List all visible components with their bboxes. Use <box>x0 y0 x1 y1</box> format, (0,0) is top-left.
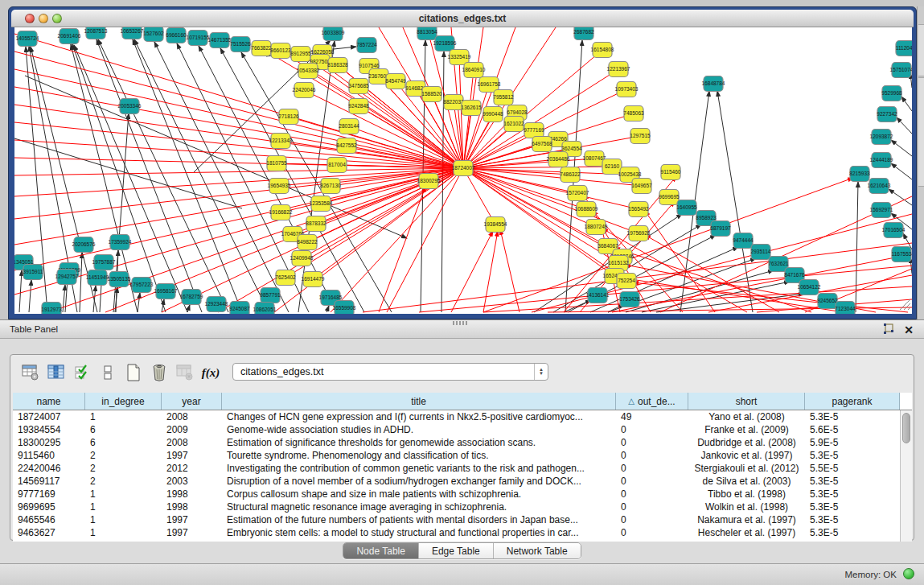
table-row[interactable]: 911546021997Tourette syndrome. Phenomeno… <box>13 449 912 462</box>
table-row[interactable]: 977716911998Corpus callosum shape and si… <box>13 488 912 501</box>
graph-node[interactable]: 9699695 <box>659 190 680 205</box>
graph-node[interactable]: 10543382 <box>297 64 320 79</box>
graph-node[interactable]: 12353584 <box>310 196 333 212</box>
graph-node[interactable]: 1297515 <box>630 129 651 144</box>
graph-node[interactable]: 1565492 <box>628 202 649 217</box>
graph-node[interactable]: 1362615 <box>461 101 482 116</box>
graph-node[interactable]: 9777169 <box>524 123 544 138</box>
graph-node[interactable]: 20053346 <box>118 99 142 114</box>
table-row[interactable]: 969969511998Structural magnetic resonanc… <box>13 501 912 513</box>
graph-node[interactable]: 10862051 <box>253 303 277 315</box>
column-header-name[interactable]: name <box>13 393 85 410</box>
table-select-combo[interactable]: citations_edges.txt ▲▼ <box>232 363 548 381</box>
graph-node[interactable]: 1621022 <box>503 117 524 132</box>
graph-node[interactable]: 18807249 <box>585 220 608 235</box>
graph-node[interactable]: 10654122 <box>798 280 821 295</box>
graph-node[interactable]: 19654935 <box>268 179 291 194</box>
table-row[interactable]: 1872400712008Changes of HCN gene express… <box>13 410 912 423</box>
graph-node[interactable]: 17957223 <box>130 278 154 293</box>
graph-node[interactable]: 1912973 <box>41 303 62 315</box>
graph-node[interactable]: 18640910 <box>462 63 486 78</box>
graph-node[interactable]: 6879197 <box>710 221 731 237</box>
scrollbar-thumb[interactable] <box>902 413 910 443</box>
graph-node[interactable]: 16958167 <box>154 284 178 299</box>
graph-node[interactable]: 9474444 <box>733 233 754 249</box>
column-header-in_degree[interactable]: in_degree <box>85 393 162 410</box>
delete-table-icon[interactable] <box>173 362 197 383</box>
graph-node[interactable]: 6966160 <box>166 28 187 43</box>
graph-node[interactable]: 8912955 <box>290 47 311 62</box>
tab-network-table[interactable]: Network Table <box>494 543 581 558</box>
graph-node[interactable]: 16914479 <box>302 272 325 287</box>
column-header-pagerank[interactable]: pagerank <box>805 393 900 410</box>
graph-node[interactable]: 19756928 <box>627 226 651 241</box>
graph-node[interactable]: 9242848 <box>348 99 369 114</box>
graph-node[interactable]: 817004 <box>327 158 347 173</box>
graph-node[interactable]: 8813054 <box>417 27 437 40</box>
graph-node[interactable]: 1527602 <box>143 27 164 42</box>
graph-node[interactable]: 14671355 <box>208 33 232 48</box>
graph-node[interactable]: 10719155 <box>187 31 210 46</box>
graph-node[interactable]: 8498222 <box>297 235 318 250</box>
float-panel-icon[interactable] <box>881 323 895 337</box>
graph-node[interactable]: 17359924 <box>109 235 132 250</box>
minimize-window-icon[interactable] <box>39 14 48 23</box>
zoom-window-icon[interactable] <box>52 14 62 23</box>
graph-node[interactable]: 1649657 <box>631 179 652 194</box>
graph-node[interactable]: 6497568 <box>532 137 552 152</box>
graph-node[interactable]: 12444189 <box>870 153 893 168</box>
graph-node[interactable]: 12213343 <box>269 134 293 149</box>
graph-node[interactable]: 7485063 <box>623 106 644 122</box>
graph-node[interactable]: 18300295 <box>417 174 441 189</box>
close-window-icon[interactable] <box>25 14 35 23</box>
graph-node[interactable]: 18724007 <box>452 161 475 176</box>
graph-node[interactable]: 16559908 <box>333 301 356 315</box>
graph-node[interactable]: 12942757 <box>55 270 79 285</box>
graph-node[interactable]: 7515526 <box>230 37 251 52</box>
new-file-icon[interactable] <box>121 362 146 383</box>
graph-node[interactable]: 9990448 <box>483 107 503 122</box>
graph-node[interactable]: 7625402 <box>275 270 296 286</box>
graph-node[interactable]: 17016504 <box>882 223 906 238</box>
row-height-icon[interactable] <box>96 362 120 383</box>
graph-node[interactable]: 9227342 <box>877 107 897 122</box>
tab-node-table[interactable]: Node Table <box>343 543 419 558</box>
graph-node[interactable]: 19384554 <box>484 217 507 233</box>
close-panel-icon[interactable]: ✕ <box>901 323 916 337</box>
graph-node[interactable]: 10653267 <box>121 27 144 39</box>
graph-node[interactable]: 8215933 <box>849 167 870 182</box>
graph-node[interactable]: 16154808 <box>591 43 614 58</box>
graph-node[interactable]: 3915911 <box>23 265 43 280</box>
column-header-out_de[interactable]: △out_de... <box>616 393 688 410</box>
table-settings-icon[interactable] <box>18 362 43 383</box>
table-row[interactable]: 946362711997Embryonic stem cells: a mode… <box>13 526 912 539</box>
graph-node[interactable]: 9115460 <box>661 165 681 180</box>
network-canvas[interactable]: 1872400714055724206914061208751310653267… <box>14 27 912 314</box>
splitter-grip[interactable] <box>453 321 467 325</box>
window-titlebar[interactable]: citations_edges.txt <box>11 10 914 27</box>
function-builder-icon[interactable]: f(x) <box>199 362 223 383</box>
graph-node[interactable]: 2803144 <box>339 119 359 134</box>
graph-node[interactable]: 7486322 <box>560 167 581 183</box>
table-row[interactable]: 946554611997Estimation of the future num… <box>13 513 912 526</box>
graph-node[interactable]: 1167553 <box>892 247 912 262</box>
graph-node[interactable]: 12923448 <box>205 297 228 312</box>
graph-node[interactable]: 12409948 <box>290 251 314 266</box>
graph-node[interactable]: 14055724 <box>16 31 39 47</box>
graph-node[interactable]: 1640955 <box>676 200 697 216</box>
graph-node[interactable]: 10973403 <box>615 82 639 97</box>
graph-node[interactable]: 1753426 <box>619 292 640 307</box>
graph-node[interactable]: 2935114 <box>751 245 771 260</box>
graph-node[interactable]: 7663822 <box>251 41 272 56</box>
graph-node[interactable]: 20691406 <box>58 29 81 44</box>
column-header-short[interactable]: short <box>688 393 805 410</box>
graph-node[interactable]: 9529968 <box>881 86 902 101</box>
graph-node[interactable]: 19166822 <box>269 205 293 220</box>
graph-node[interactable]: 16210643 <box>868 179 891 194</box>
select-all-icon[interactable] <box>70 362 94 383</box>
graph-node[interactable]: 14136141 <box>586 288 610 303</box>
graph-node[interactable]: 8427552 <box>336 138 357 154</box>
graph-node[interactable]: 8267130 <box>320 179 341 194</box>
table-row[interactable]: 1830029562008Estimation of significance … <box>13 436 912 449</box>
graph-node[interactable]: 16033809 <box>322 27 345 41</box>
